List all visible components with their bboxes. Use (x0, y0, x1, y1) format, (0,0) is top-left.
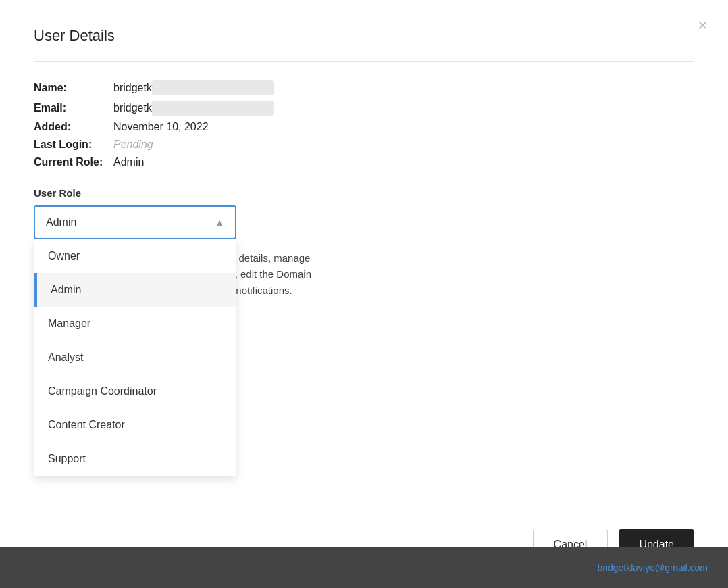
last-login-row: Last Login: Pending (34, 139, 694, 151)
user-role-section: User Role Admin ▲ Owner Admin Manager (34, 187, 694, 239)
role-select-display[interactable]: Admin ▲ (34, 205, 236, 239)
email-label: Email: (34, 102, 108, 114)
modal-overlay: × User Details Name: bridgetk Email: bri… (0, 0, 728, 588)
email-value: bridgetk (113, 102, 152, 114)
email-redacted (152, 101, 274, 116)
dropdown-item-support-label: Support (48, 453, 86, 465)
dropdown-item-manager-label: Manager (48, 318, 90, 330)
user-role-label: User Role (34, 187, 694, 199)
dropdown-item-manager[interactable]: Manager (34, 307, 236, 341)
selected-indicator (34, 273, 37, 307)
dropdown-item-support[interactable]: Support (34, 442, 236, 476)
email-row: Email: bridgetk (34, 101, 694, 116)
dropdown-item-content-creator[interactable]: Content Creator (34, 408, 236, 442)
bottom-bar: bridgetklaviyo@gmail.com (0, 547, 728, 588)
role-select-wrapper: Admin ▲ Owner Admin Manager Analy (34, 205, 236, 239)
name-row: Name: bridgetk (34, 80, 694, 95)
dropdown-item-analyst[interactable]: Analyst (34, 341, 236, 374)
dropdown-item-content-creator-label: Content Creator (48, 419, 125, 431)
dropdown-item-owner[interactable]: Owner (34, 239, 236, 273)
last-login-label: Last Login: (34, 139, 108, 151)
added-label: Added: (34, 121, 108, 133)
modal: × User Details Name: bridgetk Email: bri… (0, 0, 728, 588)
current-role-row: Current Role: Admin (34, 156, 694, 168)
role-selected-value: Admin (46, 216, 76, 228)
added-value: November 10, 2022 (113, 121, 209, 133)
current-role-label: Current Role: (34, 156, 108, 168)
name-label: Name: (34, 82, 108, 94)
chevron-up-icon: ▲ (215, 217, 224, 228)
dropdown-item-admin-label: Admin (48, 284, 81, 296)
name-value: bridgetk (113, 82, 152, 94)
bottom-bar-email: bridgetklaviyo@gmail.com (597, 562, 708, 573)
name-redacted (152, 80, 274, 95)
dropdown-item-analyst-label: Analyst (48, 351, 83, 364)
dropdown-item-campaign-coordinator-label: Campaign Coordinator (48, 385, 157, 397)
user-info: Name: bridgetk Email: bridgetk Added: No… (34, 80, 694, 168)
current-role-value: Admin (113, 156, 144, 168)
role-dropdown-menu: Owner Admin Manager Analyst Campaign Coo… (34, 239, 236, 476)
last-login-value: Pending (113, 139, 153, 151)
dropdown-item-admin[interactable]: Admin (34, 273, 236, 307)
added-row: Added: November 10, 2022 (34, 121, 694, 133)
modal-title: User Details (34, 27, 694, 45)
dropdown-item-owner-label: Owner (48, 250, 80, 262)
dropdown-item-campaign-coordinator[interactable]: Campaign Coordinator (34, 374, 236, 408)
close-button[interactable]: × (698, 16, 708, 34)
divider (34, 61, 694, 62)
